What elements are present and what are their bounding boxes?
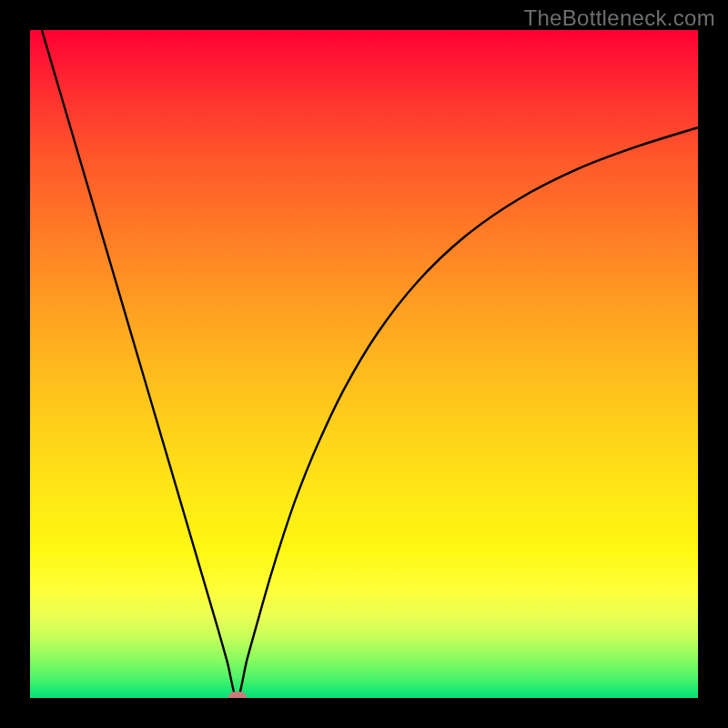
curve-svg <box>30 30 698 698</box>
watermark-text: TheBottleneck.com <box>523 5 715 31</box>
bottleneck-curve-path <box>30 30 698 698</box>
minimum-marker <box>228 692 247 698</box>
plot-area <box>30 30 698 698</box>
chart-frame: TheBottleneck.com <box>0 0 728 728</box>
